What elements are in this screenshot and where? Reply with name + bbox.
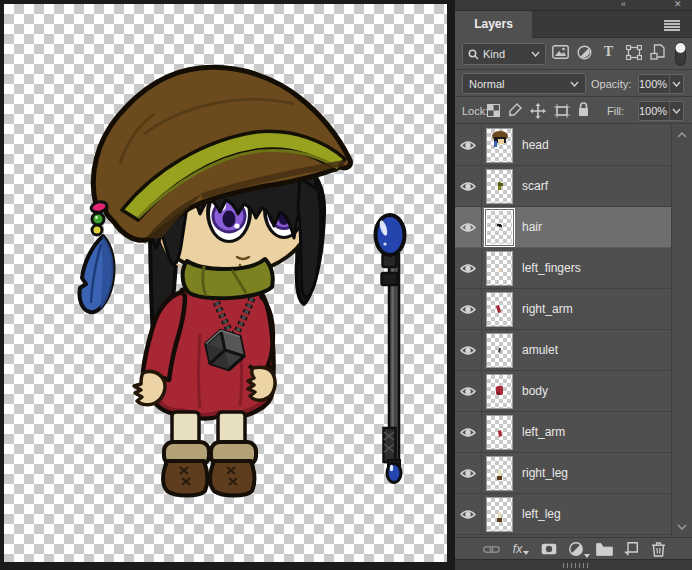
layers-bottom-toolbar: fx	[455, 537, 692, 559]
search-icon	[468, 49, 479, 60]
panel-tab-bar: Layers	[455, 11, 692, 38]
lock-position-icon[interactable]	[529, 102, 547, 119]
layer-name: scarf	[522, 179, 548, 193]
scroll-up-icon[interactable]	[677, 132, 687, 138]
layer-thumbnail[interactable]	[486, 415, 513, 450]
adjustment-layer-icon[interactable]	[566, 540, 586, 558]
fill-value: 100%	[639, 105, 669, 117]
layer-name: body	[522, 384, 548, 398]
adjustment-layers-filter-icon[interactable]	[576, 44, 592, 60]
chevron-down-icon	[531, 51, 540, 57]
lock-row: Lock: Fill: 100%	[455, 97, 692, 124]
visibility-eye-icon[interactable]	[455, 412, 482, 452]
layer-row-hair[interactable]: hair	[455, 207, 671, 248]
visibility-eye-icon[interactable]	[455, 248, 482, 288]
smart-objects-filter-icon[interactable]	[649, 43, 665, 61]
delete-layer-icon[interactable]	[648, 540, 668, 558]
visibility-eye-icon[interactable]	[455, 166, 482, 206]
visibility-eye-icon[interactable]	[455, 371, 482, 411]
lock-artboard-icon[interactable]	[553, 103, 571, 118]
shape-layers-filter-icon[interactable]	[625, 44, 643, 60]
layer-row-head[interactable]: head	[455, 125, 671, 166]
layer-name: left_arm	[522, 425, 565, 439]
document-canvas[interactable]	[4, 4, 447, 562]
layer-name: head	[522, 138, 549, 152]
opacity-field[interactable]: 100%	[638, 74, 684, 94]
opacity-label: Opacity:	[591, 78, 631, 90]
layer-thumbnail[interactable]	[486, 251, 513, 286]
layer-name: hair	[522, 220, 542, 234]
layer-name: right_arm	[522, 302, 573, 316]
layer-thumbnail[interactable]	[486, 456, 513, 491]
panel-menu-icon[interactable]	[664, 20, 680, 30]
close-panel-icon[interactable]: ✕	[674, 0, 682, 10]
visibility-eye-icon[interactable]	[455, 207, 482, 247]
layer-thumbnail[interactable]	[486, 128, 513, 163]
visibility-eye-icon[interactable]	[455, 494, 482, 534]
layer-name: left_fingers	[522, 261, 581, 275]
layer-style-icon[interactable]: fx	[511, 540, 531, 558]
layer-list-scrollbar[interactable]	[671, 125, 692, 537]
layer-row-body[interactable]: body	[455, 371, 671, 412]
filtering-toggle[interactable]	[673, 41, 687, 67]
kind-label: Kind	[483, 48, 505, 60]
lock-transparent-pixels-icon[interactable]	[485, 103, 501, 118]
layer-name: amulet	[522, 343, 558, 357]
visibility-eye-icon[interactable]	[455, 453, 482, 493]
lock-image-pixels-icon[interactable]	[507, 102, 523, 118]
visibility-eye-icon[interactable]	[455, 289, 482, 329]
type-layers-filter-icon[interactable]: T	[601, 43, 616, 60]
new-layer-icon[interactable]	[621, 540, 641, 558]
layer-row-left-arm[interactable]: left_arm	[455, 412, 671, 453]
layer-row-left-fingers[interactable]: left_fingers	[455, 248, 671, 289]
fill-dropdown-icon[interactable]	[669, 102, 683, 120]
layer-thumbnail[interactable]	[486, 497, 513, 532]
visibility-eye-icon[interactable]	[455, 330, 482, 370]
link-layers-icon[interactable]	[481, 540, 501, 558]
layer-thumbnail[interactable]	[486, 374, 513, 409]
layer-row-scarf[interactable]: scarf	[455, 166, 671, 207]
blend-mode-value: Normal	[469, 78, 504, 90]
scroll-down-icon[interactable]	[677, 524, 687, 530]
layer-list: head scarf hair	[455, 125, 671, 537]
layer-mask-icon[interactable]	[539, 540, 559, 558]
blend-mode-dropdown[interactable]: Normal	[462, 73, 586, 94]
legs-graphic	[163, 412, 256, 496]
feather-graphic	[79, 236, 113, 312]
layer-name: right_leg	[522, 466, 568, 480]
layer-thumbnail[interactable]	[486, 292, 513, 327]
kind-filter-dropdown[interactable]: Kind	[462, 43, 546, 65]
tab-layers[interactable]: Layers	[455, 11, 532, 38]
layer-row-amulet[interactable]: amulet	[455, 330, 671, 371]
opacity-value: 100%	[639, 78, 669, 90]
layer-row-right-arm[interactable]: right_arm	[455, 289, 671, 330]
filter-bar: Kind T	[455, 38, 692, 70]
panel-title-bar: « ✕	[455, 0, 692, 11]
chevron-down-icon	[570, 81, 579, 87]
blend-row: Normal Opacity: 100%	[455, 70, 692, 97]
layer-row-right-leg[interactable]: right_leg	[455, 453, 671, 494]
new-group-icon[interactable]	[594, 540, 614, 558]
hat-beads-graphic	[90, 200, 108, 235]
layer-row-left-leg[interactable]: left_leg	[455, 494, 671, 535]
lock-all-icon[interactable]	[577, 101, 590, 118]
fill-label: Fill:	[607, 105, 624, 117]
visibility-eye-icon[interactable]	[455, 125, 482, 165]
character-artwork	[4, 4, 447, 562]
layers-panel: « ✕ Layers Kind T	[455, 0, 692, 570]
panel-resize-strip	[455, 559, 692, 570]
layer-thumbnail[interactable]	[486, 333, 513, 368]
horizontal-scroll-grip[interactable]	[563, 563, 591, 568]
layer-thumbnail[interactable]	[486, 210, 513, 245]
opacity-dropdown-icon[interactable]	[669, 75, 683, 93]
layer-thumbnail[interactable]	[486, 169, 513, 204]
pixel-layers-filter-icon[interactable]	[551, 44, 569, 60]
staff-graphic	[376, 215, 405, 483]
layer-name: left_leg	[522, 507, 561, 521]
fill-field[interactable]: 100%	[638, 101, 684, 121]
collapse-panel-icon[interactable]: «	[621, 0, 625, 10]
